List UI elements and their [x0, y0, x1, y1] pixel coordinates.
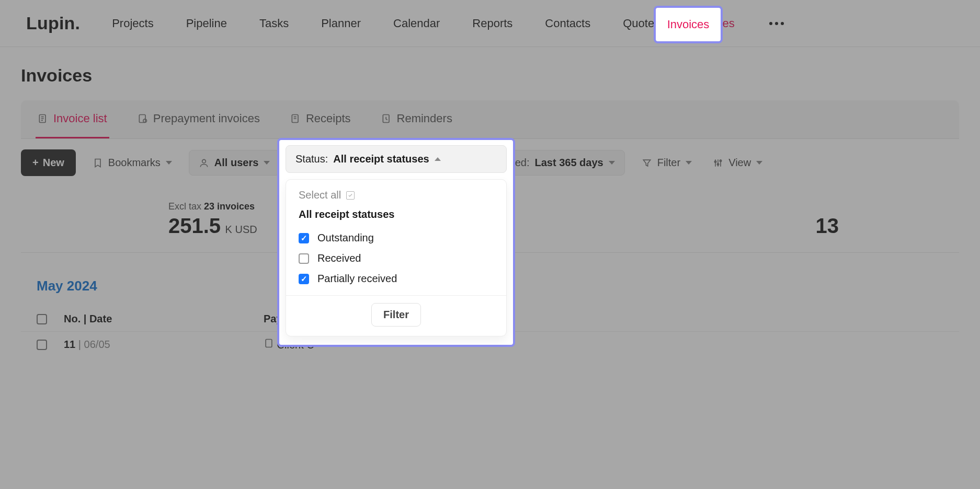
status-option-partial[interactable]: Partially received [299, 269, 494, 289]
tab-prepayment[interactable]: Prepayment invoices [135, 100, 262, 138]
summary-value: 251.5 [168, 214, 221, 238]
option-label: Received [317, 252, 361, 264]
option-label: Outstanding [317, 232, 374, 244]
logo: Lupin. [26, 13, 80, 33]
tab-reminders[interactable]: Reminders [379, 100, 454, 138]
nav-planner[interactable]: Planner [318, 11, 364, 36]
chevron-down-icon [609, 161, 615, 165]
topbar: Lupin. Projects Pipeline Tasks Planner C… [0, 0, 980, 47]
row-no: 11 [64, 339, 75, 350]
funnel-icon [642, 158, 652, 168]
status-dropdown: Select all All receipt statuses Outstand… [286, 179, 507, 336]
nav-contacts[interactable]: Contacts [542, 11, 594, 36]
nav-reports[interactable]: Reports [469, 11, 516, 36]
tab-label: Reminders [397, 112, 452, 125]
doc-list-icon [38, 113, 48, 124]
doc-icon [264, 338, 274, 348]
reminders-icon [381, 113, 392, 124]
tab-label: Prepayment invoices [153, 112, 260, 125]
summary-unit: K USD [225, 224, 257, 235]
summary-right-edge: 13 [816, 201, 839, 238]
svg-point-5 [202, 159, 206, 163]
bookmarks-label: Bookmarks [108, 157, 161, 169]
nav-calendar[interactable]: Calendar [390, 11, 443, 36]
svg-rect-10 [266, 340, 272, 347]
plus-icon: + [32, 157, 39, 169]
bookmark-icon [93, 158, 103, 168]
tab-label: Receipts [306, 112, 351, 125]
select-all-checkbox[interactable] [37, 314, 47, 324]
new-button[interactable]: + New [21, 149, 76, 176]
new-label: New [43, 157, 64, 169]
chevron-down-icon [264, 161, 270, 165]
summary-count: 23 invoices [204, 201, 255, 212]
checkbox-checked-icon[interactable] [299, 274, 309, 284]
chevron-down-icon [686, 161, 692, 165]
check-icon [348, 193, 353, 198]
users-label: All users [214, 157, 258, 169]
page-title: Invoices [21, 65, 959, 86]
option-label: Partially received [317, 273, 397, 285]
nav-tasks[interactable]: Tasks [256, 11, 292, 36]
bookmarks-filter[interactable]: Bookmarks [88, 150, 176, 175]
summary-far-value: 13 [816, 214, 839, 238]
issued-value: Last 365 days [535, 157, 603, 169]
apply-filter-button[interactable]: Filter [371, 303, 421, 327]
status-filter-open[interactable]: Status: All receipt statuses [286, 145, 507, 173]
filter-label: Filter [657, 157, 680, 169]
status-option-received[interactable]: Received [299, 248, 494, 269]
status-option-outstanding[interactable]: Outstanding [299, 228, 494, 248]
svg-rect-1 [139, 115, 145, 123]
nav-invoices-highlight[interactable]: Invoices [654, 6, 723, 43]
nav-pipeline[interactable]: Pipeline [183, 11, 230, 36]
col-no-date[interactable]: No. | Date [64, 313, 247, 325]
checkbox-checked-icon[interactable] [299, 233, 309, 243]
view-label: View [728, 157, 751, 169]
chevron-up-icon [435, 157, 441, 161]
chevron-down-icon [756, 161, 762, 165]
select-all-label: Select all [299, 189, 341, 201]
row-date: 06/05 [84, 339, 110, 350]
nav-more-icon[interactable] [764, 17, 789, 30]
row-checkbox[interactable] [37, 340, 47, 350]
status-value: All receipt statuses [333, 153, 429, 165]
nav-projects[interactable]: Projects [109, 11, 156, 36]
checkbox-unchecked-icon[interactable] [299, 253, 309, 264]
sliders-icon [713, 158, 723, 168]
user-icon [199, 158, 209, 168]
prepayment-icon [138, 113, 148, 124]
chevron-down-icon [166, 161, 172, 165]
summary-prefix: Excl tax [168, 201, 201, 212]
dropdown-group-title: All receipt statuses [299, 208, 494, 220]
select-all-checkbox[interactable] [346, 191, 355, 200]
users-filter[interactable]: All users [189, 150, 280, 176]
tab-invoice-list[interactable]: Invoice list [36, 100, 109, 138]
receipts-icon [290, 113, 301, 124]
tab-label: Invoice list [53, 112, 107, 125]
summary-excl-tax: Excl tax 23 invoices 251.5 K USD [168, 201, 257, 238]
tab-receipts[interactable]: Receipts [288, 100, 353, 138]
status-prefix: Status: [295, 153, 328, 165]
tabs-bar: Invoice list Prepayment invoices Receipt… [21, 100, 959, 139]
filter-button[interactable]: Filter [637, 150, 696, 175]
status-popup-highlight: Status: All receipt statuses Select all … [277, 138, 515, 347]
select-all-row[interactable]: Select all [299, 189, 494, 201]
view-button[interactable]: View [709, 150, 767, 175]
